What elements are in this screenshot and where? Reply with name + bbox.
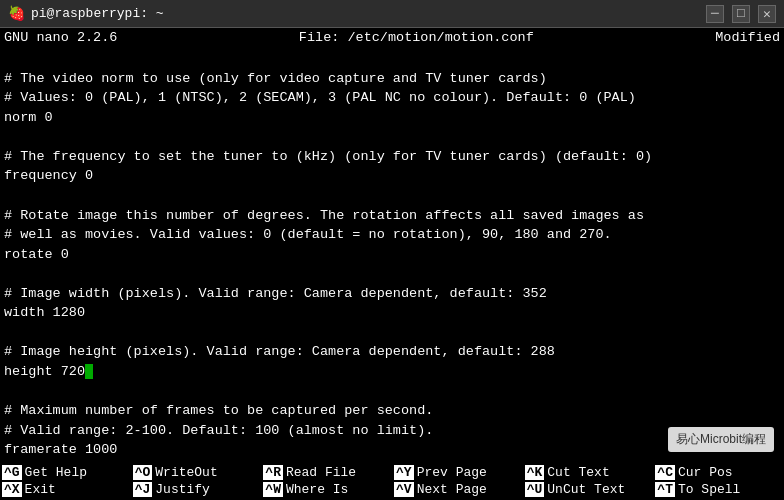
- footer-item[interactable]: ^OWriteOut: [131, 464, 262, 481]
- title-bar: 🍓 pi@raspberrypi: ~ ─ □ ✕: [0, 0, 784, 28]
- nano-header: GNU nano 2.2.6 File: /etc/motion/motion.…: [0, 28, 784, 47]
- shortcut-label: UnCut Text: [547, 482, 625, 497]
- content-line: # Rotate image this number of degrees. T…: [4, 206, 780, 226]
- shortcut-label: Get Help: [25, 465, 87, 480]
- content-line: [4, 323, 780, 343]
- shortcut-label: Next Page: [417, 482, 487, 497]
- shortcut-key: ^G: [2, 465, 22, 480]
- shortcut-key: ^R: [263, 465, 283, 480]
- content-line: [4, 382, 780, 402]
- shortcut-label: Prev Page: [417, 465, 487, 480]
- shortcut-key: ^O: [133, 465, 153, 480]
- shortcut-key: ^C: [655, 465, 675, 480]
- watermark: 易心Microbit编程: [668, 427, 774, 452]
- window-controls: ─ □ ✕: [706, 5, 776, 23]
- content-line: width 1280: [4, 303, 780, 323]
- footer-item[interactable]: ^UUnCut Text: [523, 481, 654, 498]
- footer-item[interactable]: ^CCur Pos: [653, 464, 784, 481]
- close-button[interactable]: ✕: [758, 5, 776, 23]
- footer-row: ^XExit^JJustify^WWhere Is^VNext Page^UUn…: [0, 481, 784, 498]
- nano-content[interactable]: # The video norm to use (only for video …: [0, 47, 784, 462]
- content-line: # Valid range: 2-100. Default: 100 (almo…: [4, 421, 780, 441]
- content-line: # Image width (pixels). Valid range: Cam…: [4, 284, 780, 304]
- footer-row: ^GGet Help^OWriteOut^RRead File^YPrev Pa…: [0, 464, 784, 481]
- shortcut-label: Justify: [155, 482, 210, 497]
- window-title: pi@raspberrypi: ~: [31, 6, 164, 21]
- shortcut-label: Cut Text: [547, 465, 609, 480]
- content-line: frequency 0: [4, 166, 780, 186]
- title-bar-left: 🍓 pi@raspberrypi: ~: [8, 5, 164, 22]
- content-line: norm 0: [4, 108, 780, 128]
- footer-item[interactable]: ^YPrev Page: [392, 464, 523, 481]
- shortcut-key: ^U: [525, 482, 545, 497]
- shortcut-key: ^W: [263, 482, 283, 497]
- content-line: # well as movies. Valid values: 0 (defau…: [4, 225, 780, 245]
- raspberry-icon: 🍓: [8, 5, 25, 22]
- shortcut-key: ^K: [525, 465, 545, 480]
- footer-item[interactable]: ^XExit: [0, 481, 131, 498]
- shortcut-label: Exit: [25, 482, 56, 497]
- content-line: [4, 127, 780, 147]
- content-line: [4, 186, 780, 206]
- content-line: # The video norm to use (only for video …: [4, 69, 780, 89]
- content-line: height 720: [4, 362, 780, 382]
- footer-item[interactable]: ^WWhere Is: [261, 481, 392, 498]
- footer-item[interactable]: ^TTo Spell: [653, 481, 784, 498]
- maximize-button[interactable]: □: [732, 5, 750, 23]
- terminal: GNU nano 2.2.6 File: /etc/motion/motion.…: [0, 28, 784, 500]
- footer-item[interactable]: ^RRead File: [261, 464, 392, 481]
- shortcut-key: ^T: [655, 482, 675, 497]
- nano-modified: Modified: [715, 30, 780, 45]
- nano-footer: ^GGet Help^OWriteOut^RRead File^YPrev Pa…: [0, 462, 784, 500]
- content-line: # Maximum number of frames to be capture…: [4, 401, 780, 421]
- minimize-button[interactable]: ─: [706, 5, 724, 23]
- shortcut-key: ^J: [133, 482, 153, 497]
- nano-version: GNU nano 2.2.6: [4, 30, 117, 45]
- shortcut-label: Cur Pos: [678, 465, 733, 480]
- footer-item[interactable]: ^KCut Text: [523, 464, 654, 481]
- content-line: framerate 1000: [4, 440, 780, 460]
- footer-item[interactable]: ^GGet Help: [0, 464, 131, 481]
- shortcut-label: To Spell: [678, 482, 740, 497]
- shortcut-key: ^Y: [394, 465, 414, 480]
- content-line: # Image height (pixels). Valid range: Ca…: [4, 342, 780, 362]
- shortcut-label: WriteOut: [155, 465, 217, 480]
- shortcut-key: ^V: [394, 482, 414, 497]
- content-line: rotate 0: [4, 245, 780, 265]
- content-line: # The frequency to set the tuner to (kHz…: [4, 147, 780, 167]
- nano-filename: File: /etc/motion/motion.conf: [299, 30, 534, 45]
- footer-item[interactable]: ^VNext Page: [392, 481, 523, 498]
- footer-item[interactable]: ^JJustify: [131, 481, 262, 498]
- content-line: # Values: 0 (PAL), 1 (NTSC), 2 (SECAM), …: [4, 88, 780, 108]
- shortcut-label: Read File: [286, 465, 356, 480]
- shortcut-label: Where Is: [286, 482, 348, 497]
- content-line: [4, 264, 780, 284]
- content-line: [4, 49, 780, 69]
- shortcut-key: ^X: [2, 482, 22, 497]
